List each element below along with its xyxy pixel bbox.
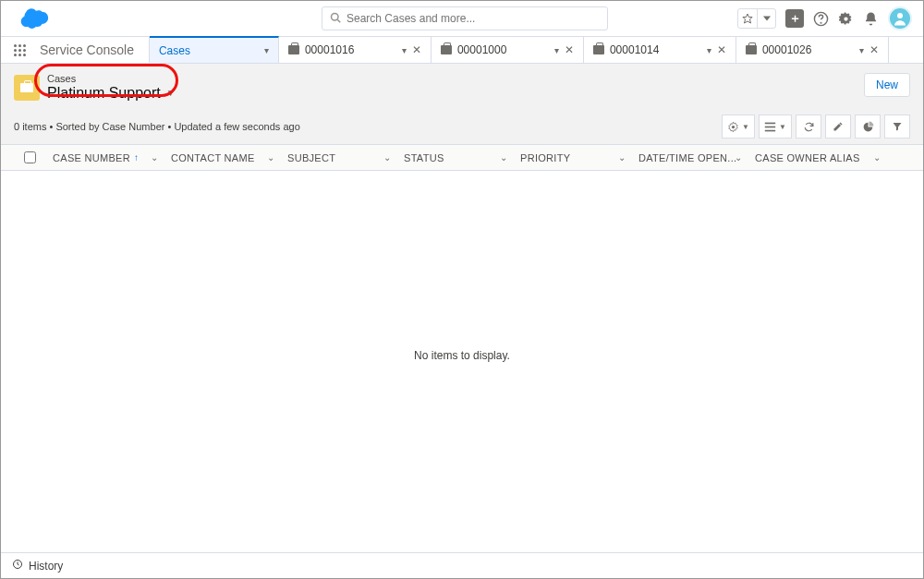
column-header-row: CASE NUMBER ↑ ⌄ CONTACT NAME ⌄ SUBJECT ⌄… [1, 145, 923, 171]
sort-ascending-icon: ↑ [134, 152, 139, 163]
chevron-down-icon[interactable]: ▾ [554, 45, 559, 55]
favorites-combo[interactable] [737, 8, 776, 29]
column-label: CASE NUMBER [53, 152, 130, 163]
chevron-down-icon[interactable] [757, 9, 775, 28]
refresh-button[interactable] [796, 115, 821, 139]
select-all-checkbox[interactable] [24, 151, 36, 163]
chevron-down-icon[interactable]: ⌄ [500, 152, 507, 163]
list-view-header: Cases Platinum Support ▼ New 0 items • S… [1, 64, 923, 145]
svg-line-1 [337, 19, 340, 22]
salesforce-logo [16, 6, 51, 30]
list-empty-state: No items to display. [1, 171, 923, 540]
svg-marker-3 [763, 17, 771, 21]
case-icon [593, 45, 604, 54]
svg-point-5 [821, 22, 821, 23]
history-utility[interactable]: History [29, 560, 63, 573]
case-icon [746, 45, 757, 54]
chart-button[interactable] [855, 115, 881, 139]
object-label: Cases [47, 73, 176, 85]
case-icon [288, 45, 299, 54]
list-view-picker[interactable]: Platinum Support ▼ [47, 85, 176, 102]
column-owner-alias[interactable]: CASE OWNER ALIAS ⌄ [748, 145, 886, 170]
display-as-button[interactable]: ▼ [759, 115, 792, 139]
close-icon[interactable]: ✕ [869, 44, 879, 55]
select-all-column [1, 145, 45, 170]
svg-point-6 [897, 13, 903, 18]
workspace-tab-0[interactable]: 00001016 ▾ ✕ [279, 37, 432, 63]
column-priority[interactable]: PRIORITY ⌄ [513, 145, 631, 170]
column-datetime-opened[interactable]: DATE/TIME OPEN... ⌄ [631, 145, 748, 170]
case-icon [441, 45, 452, 54]
chevron-down-icon[interactable]: ▾ [859, 45, 864, 55]
column-status[interactable]: STATUS ⌄ [396, 145, 513, 170]
column-label: SUBJECT [287, 152, 335, 163]
workspace-tab-3[interactable]: 00001026 ▾ ✕ [736, 37, 889, 63]
list-view-controls: ▼ ▼ [722, 115, 910, 139]
chevron-down-icon: ▼ [166, 88, 176, 99]
workspace-tab-1[interactable]: 00001000 ▾ ✕ [432, 37, 584, 63]
notifications-bell-icon[interactable] [863, 11, 879, 27]
tab-label: 00001000 [457, 43, 549, 56]
column-label: CASE OWNER ALIAS [755, 152, 860, 163]
tab-label: 00001014 [610, 43, 701, 56]
column-label: DATE/TIME OPEN... [638, 152, 736, 163]
chevron-down-icon[interactable]: ⌄ [383, 152, 391, 163]
global-search [322, 6, 608, 30]
column-label: PRIORITY [520, 152, 570, 163]
chevron-down-icon[interactable]: ⌄ [873, 152, 881, 163]
column-subject[interactable]: SUBJECT ⌄ [280, 145, 396, 170]
column-label: CONTACT NAME [171, 152, 255, 163]
chevron-down-icon[interactable]: ▾ [264, 45, 269, 55]
chevron-down-icon[interactable]: ⌄ [151, 152, 158, 163]
setup-gear-icon[interactable] [838, 11, 854, 27]
svg-point-7 [732, 125, 735, 127]
close-icon[interactable]: ✕ [412, 44, 421, 55]
tab-label: 00001026 [762, 43, 854, 56]
svg-marker-2 [743, 14, 752, 23]
global-actions-button[interactable]: ＋ [785, 9, 804, 28]
column-case-number[interactable]: CASE NUMBER ↑ ⌄ [45, 145, 164, 170]
tab-label: Cases [159, 44, 259, 57]
edit-list-button[interactable] [825, 115, 851, 139]
navigation-bar: Service Console Cases ▾ 00001016 ▾ ✕ 000… [1, 36, 923, 64]
close-icon[interactable]: ✕ [717, 44, 726, 55]
help-icon[interactable] [813, 11, 829, 27]
new-button[interactable]: New [864, 73, 910, 97]
chevron-down-icon[interactable]: ▾ [402, 45, 407, 55]
clock-icon [12, 559, 23, 573]
tab-label: 00001016 [305, 43, 396, 56]
search-icon [330, 12, 341, 26]
list-view-controls-gear-button[interactable]: ▼ [722, 115, 755, 139]
svg-point-0 [332, 13, 339, 20]
list-view-name: Platinum Support [47, 85, 161, 102]
tab-cases[interactable]: Cases ▾ [150, 36, 279, 63]
user-avatar[interactable] [888, 6, 912, 30]
filter-button[interactable] [884, 115, 910, 139]
chevron-down-icon[interactable]: ⌄ [735, 152, 742, 163]
star-icon[interactable] [738, 9, 757, 28]
workspace-tab-2[interactable]: 00001014 ▾ ✕ [584, 37, 736, 63]
chevron-down-icon[interactable]: ⌄ [267, 152, 274, 163]
chevron-down-icon[interactable]: ▾ [707, 45, 711, 55]
chevron-down-icon[interactable]: ⌄ [618, 152, 626, 163]
svg-rect-9 [765, 126, 775, 127]
svg-rect-10 [765, 129, 775, 131]
close-icon[interactable]: ✕ [565, 44, 574, 55]
global-header: ＋ [1, 1, 923, 36]
app-launcher-icon[interactable] [1, 37, 38, 63]
column-contact-name[interactable]: CONTACT NAME ⌄ [164, 145, 280, 170]
list-view-meta: 0 items • Sorted by Case Number • Update… [14, 121, 300, 132]
case-object-icon [14, 75, 40, 101]
search-input[interactable] [346, 12, 600, 25]
svg-rect-8 [765, 122, 775, 124]
column-label: STATUS [404, 152, 444, 163]
app-name: Service Console [38, 37, 150, 63]
empty-message: No items to display. [414, 349, 510, 362]
utility-bar: History [1, 552, 923, 578]
